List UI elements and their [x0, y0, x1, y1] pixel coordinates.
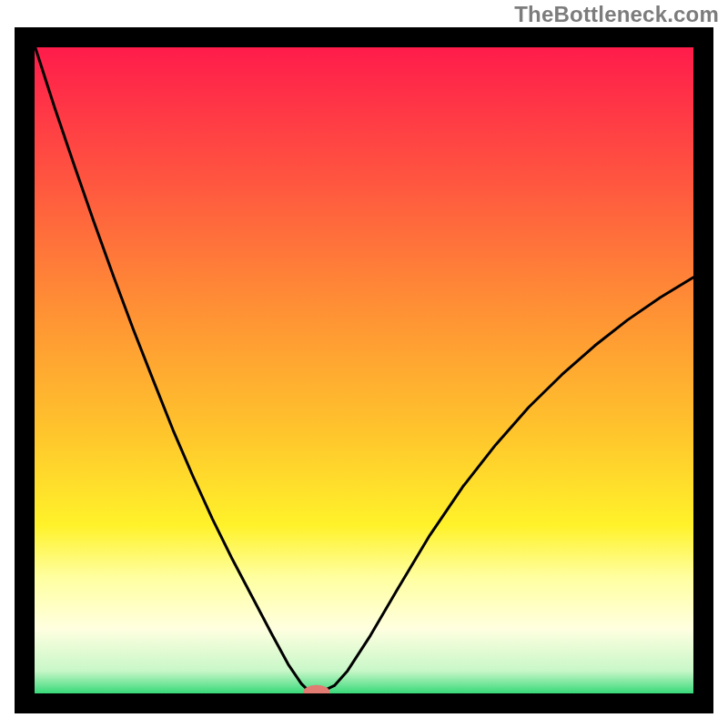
plot-area: [35, 47, 693, 693]
watermark-text: TheBottleneck.com: [514, 2, 719, 27]
gradient-background: [35, 47, 693, 693]
chart-svg: [35, 47, 693, 693]
plot-border: [15, 27, 713, 713]
chart-frame: TheBottleneck.com: [0, 0, 728, 728]
